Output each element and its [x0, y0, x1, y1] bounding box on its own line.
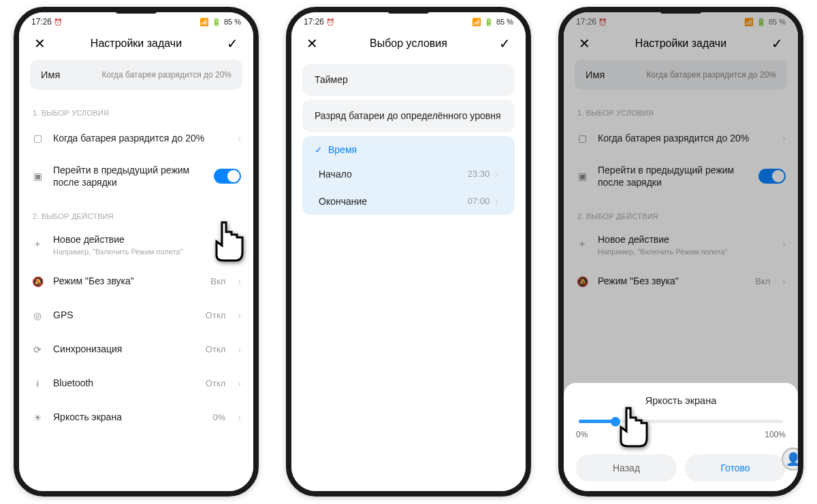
row-value: Вкл — [755, 276, 770, 286]
chevron-right-icon: › — [782, 239, 786, 250]
section-conditions: 1. ВЫБОР УСЛОВИЯ — [564, 94, 798, 121]
brightness-slider[interactable] — [579, 420, 783, 423]
header: ✕ Настройки задачи ✓ — [564, 29, 798, 60]
battery-icon: ▢ — [31, 132, 44, 144]
row-value: 07:00 — [468, 196, 490, 206]
status-time: 17:26 — [304, 17, 324, 27]
row-gps[interactable]: ◎ GPS Откл › — [19, 299, 253, 333]
chevron-right-icon: › — [238, 344, 241, 355]
row-label: Синхронизация — [53, 343, 196, 355]
signal-icon: 📶 — [199, 18, 209, 27]
option-battery[interactable]: Разряд батареи до определённого уровня — [302, 100, 515, 132]
battery-icon: ▢ — [576, 132, 588, 144]
mute-icon: 🔕 — [31, 275, 44, 288]
section-actions: 2. ВЫБОР ДЕЙСТВИЯ — [19, 197, 253, 224]
status-battery: 85 % — [224, 18, 241, 26]
sync-icon: ⟳ — [31, 343, 44, 356]
row-value: 23:30 — [468, 169, 490, 179]
row-value: Откл — [206, 344, 226, 354]
row-value: Откл — [206, 310, 226, 320]
battery-icon: 🔋 — [484, 18, 494, 27]
row-label: Перейти в предыдущий режим после зарядки — [53, 164, 204, 188]
chevron-right-icon: › — [238, 310, 241, 321]
row-label: Bluetooth — [53, 377, 196, 389]
row-previous-mode[interactable]: ▣ Перейти в предыдущий режим после заряд… — [19, 155, 253, 197]
status-battery: 85 % — [496, 18, 513, 26]
row-previous-mode[interactable]: ▣ Перейти в предыдущий режим после заряд… — [564, 155, 798, 197]
row-brightness[interactable]: ☀ Яркость экрана 0% › — [19, 401, 253, 435]
chevron-right-icon: › — [238, 239, 241, 250]
chevron-right-icon: › — [782, 276, 786, 287]
sheet-title: Яркость экрана — [576, 395, 786, 406]
slider-max: 100% — [765, 430, 786, 439]
time-end-row[interactable]: Окончание 07:00 › — [302, 188, 515, 215]
chevron-right-icon: › — [495, 196, 498, 207]
row-battery-condition[interactable]: ▢ Когда батарея разрядится до 20% › — [19, 121, 253, 155]
battery-icon: ▣ — [31, 170, 44, 182]
row-label: GPS — [53, 309, 196, 321]
toggle-previous-mode[interactable] — [758, 169, 786, 184]
chevron-right-icon: › — [782, 133, 786, 144]
task-name-row[interactable]: Имя Когда батарея разрядится до 20% — [30, 60, 242, 90]
bluetooth-icon: ᚼ — [31, 377, 44, 390]
chevron-right-icon: › — [495, 169, 498, 180]
row-new-action[interactable]: ＋ Новое действие Например, "Включить Реж… — [19, 224, 253, 264]
battery-icon: ▣ — [576, 170, 588, 182]
row-new-action[interactable]: ＋ Новое действие Например, "Включить Реж… — [564, 224, 798, 264]
row-silent-mode[interactable]: 🔕 Режим "Без звука" Вкл › — [19, 265, 253, 299]
brightness-sheet: Яркость экрана 0% 100% Назад Готово — [564, 383, 798, 491]
plus-icon: ＋ — [31, 238, 44, 250]
section-conditions: 1. ВЫБОР УСЛОВИЯ — [19, 94, 253, 121]
confirm-button[interactable]: ✓ — [225, 35, 241, 52]
row-value: Откл — [206, 378, 226, 388]
battery-icon: 🔋 — [212, 18, 221, 27]
status-time: 17:26 — [31, 17, 52, 27]
phone-3: 17:26 ⏰ 📶 🔋 85 % ✕ Настройки задачи ✓ Им… — [558, 7, 803, 497]
row-sublabel: Например, "Включить Режим полета" — [53, 248, 225, 256]
plus-icon: ＋ — [576, 238, 588, 250]
confirm-button[interactable]: ✓ — [497, 35, 513, 52]
option-label: Таймер — [315, 74, 348, 85]
row-silent-mode[interactable]: 🔕 Режим "Без звука" Вкл › — [564, 265, 798, 299]
chevron-right-icon: › — [238, 378, 241, 389]
phone-2: 17:26 ⏰ 📶 🔋 85 % ✕ Выбор условия ✓ Тайме… — [286, 7, 531, 497]
name-label: Имя — [41, 69, 60, 80]
option-label: Разряд батареи до определённого уровня — [315, 110, 501, 121]
header: ✕ Выбор условия ✓ — [291, 29, 526, 60]
close-button[interactable]: ✕ — [304, 35, 320, 52]
signal-icon: 📶 — [472, 18, 481, 27]
status-bar: 17:26 ⏰ 📶 🔋 85 % — [564, 12, 798, 29]
status-time: 17:26 — [576, 17, 596, 27]
sheet-ok-button[interactable]: Готово — [685, 454, 786, 482]
row-sync[interactable]: ⟳ Синхронизация Откл › — [19, 333, 253, 367]
close-button[interactable]: ✕ — [576, 35, 592, 52]
row-label: Режим "Без звука" — [53, 275, 201, 287]
task-name-row[interactable]: Имя Когда батарея разрядится до 20% — [575, 60, 787, 90]
option-timer[interactable]: Таймер — [302, 64, 515, 96]
time-start-row[interactable]: Начало 23:30 › — [302, 161, 515, 188]
row-label: Когда батарея разрядится до 20% — [598, 132, 770, 144]
confirm-button[interactable]: ✓ — [769, 35, 786, 52]
slider-min: 0% — [576, 430, 588, 439]
status-bar: 17:26 ⏰ 📶 🔋 85 % — [19, 12, 253, 29]
option-label: Время — [328, 144, 357, 155]
battery-icon: 🔋 — [756, 18, 766, 27]
close-button[interactable]: ✕ — [31, 35, 48, 52]
option-time-selected[interactable]: ✓ Время Начало 23:30 › Окончание 07:00 › — [302, 136, 515, 215]
row-sublabel: Например, "Включить Режим полета" — [598, 248, 770, 256]
gps-icon: ◎ — [31, 309, 44, 322]
toggle-previous-mode[interactable] — [214, 169, 241, 184]
mute-icon: 🔕 — [576, 275, 588, 288]
row-battery-condition[interactable]: ▢ Когда батарея разрядится до 20% › — [564, 121, 798, 155]
slider-thumb[interactable] — [611, 417, 620, 426]
phone-1: 17:26 ⏰ 📶 🔋 85 % ✕ Настройки задачи ✓ Им… — [14, 7, 259, 497]
chevron-right-icon: › — [238, 276, 241, 287]
sheet-cancel-button[interactable]: Назад — [576, 454, 677, 482]
chevron-right-icon: › — [238, 412, 241, 423]
page-title: Настройки задачи — [91, 37, 182, 50]
section-actions: 2. ВЫБОР ДЕЙСТВИЯ — [564, 197, 798, 224]
row-label: Окончание — [319, 196, 367, 207]
row-label: Новое действие — [53, 233, 225, 246]
row-label: Перейти в предыдущий режим после зарядки — [598, 164, 749, 188]
row-bluetooth[interactable]: ᚼ Bluetooth Откл › — [19, 367, 253, 401]
